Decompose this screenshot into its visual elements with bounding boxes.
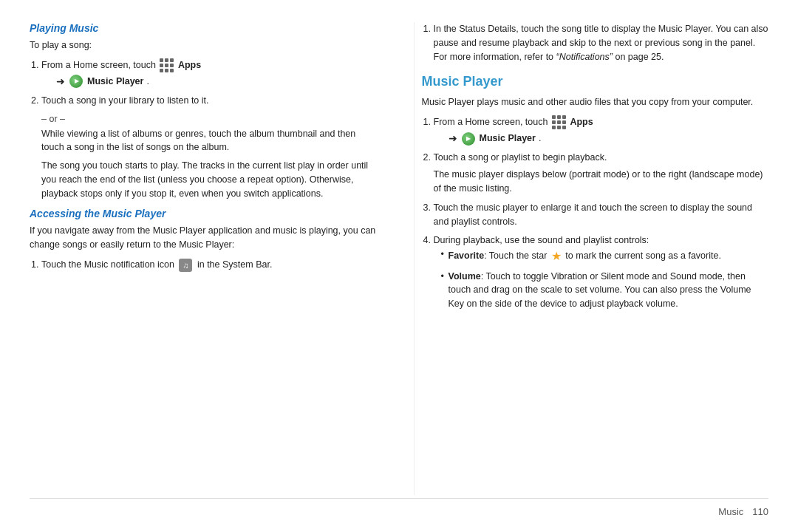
apps-label-2: Apps [570,117,593,127]
bullet-favorite: Favorite: Touch the star ★ to mark the c… [441,248,769,265]
accessing-steps: Touch the Music notification icon in the… [41,258,377,272]
apps-label-1: Apps [178,60,201,70]
page-footer: Music 110 [30,498,768,517]
or-line: – or – [41,114,377,124]
mp-step3-text: Touch the music player to enlarge it and… [434,202,753,227]
mp-step2-text: Touch a song or playlist to begin playba… [434,152,607,163]
right-column: In the Status Details, touch the song ti… [414,22,769,495]
footer-label: Music [718,506,743,517]
music-player-icon-1 [69,75,83,88]
arrow-icon-2: ➜ [449,131,457,146]
star-icon: ★ [551,248,562,265]
favorite-bold: Favorite [449,250,485,261]
mp-step4-text: During playback, use the sound and playl… [434,235,649,245]
mp-step-2: Touch a song or playlist to begin playba… [434,151,769,195]
right-step2-end: on page 25. [615,52,664,62]
playing-music-section: Playing Music To play a song: From a Hom… [30,22,377,200]
playing-music-intro: To play a song: [30,38,377,52]
mp-step1-before: From a Home screen, touch [434,117,548,127]
footer-page: 110 [752,506,768,517]
music-player-label-2: Music Player [480,132,536,146]
mp-step-3: Touch the music player to enlarge it and… [434,201,769,229]
page-container: Playing Music To play a song: From a Hom… [0,0,798,532]
playing-music-title: Playing Music [30,22,377,34]
arrow-line-2: ➜ Music Player. [449,131,769,146]
mp-step-1: From a Home screen, touch Apps ➜ Music P… [434,115,769,146]
favorite-end: to mark the current song as a favorite. [565,250,721,261]
music-player-para: Music Player plays music and other audio… [422,95,769,109]
music-player-icon-2 [462,132,475,146]
music-player-title: Music Player [422,74,769,89]
accessing-step-1: Touch the Music notification icon in the… [41,258,377,272]
mp-controls-list: Favorite: Touch the star ★ to mark the c… [441,248,769,311]
right-step-2: In the Status Details, touch the song ti… [434,22,769,64]
track-para: The song you touch starts to play. The t… [41,159,377,200]
accessing-para: If you navigate away from the Music Play… [30,224,377,252]
accessing-section: Accessing the Music Player If you naviga… [30,208,377,271]
accessing-title: Accessing the Music Player [30,208,377,219]
mp-step2-sub: The music player displays below (portrai… [434,168,769,196]
step-1: From a Home screen, touch Apps ➜ Music P… [41,58,377,89]
left-column: Playing Music To play a song: From a Hom… [30,22,384,495]
music-notification-icon [179,259,192,272]
volume-bold: Volume [449,271,481,282]
music-player-label-1: Music Player [87,75,143,89]
apps-icon-1 [160,58,174,72]
right-top-steps: In the Status Details, touch the song ti… [434,22,769,64]
step2-text: Touch a song in your library to listen t… [41,95,209,106]
playing-music-steps: From a Home screen, touch Apps ➜ Music P… [41,58,377,108]
arrow-line-1: ➜ Music Player. [56,74,377,89]
music-player-steps: From a Home screen, touch Apps ➜ Music P… [434,115,769,311]
accessing-step1-after: in the System Bar. [197,259,272,270]
accessing-step1-before: Touch the Music notification icon [41,259,174,270]
album-para: While viewing a list of albums or genres… [41,127,377,155]
right-step2-italic: “Notifications” [556,52,613,62]
bullet-volume: Volume: Touch to toggle Vibration or Sil… [441,270,769,311]
step1-text-before: From a Home screen, touch [41,60,156,70]
music-player-section: Music Player Music Player plays music an… [422,74,769,311]
favorite-text: : Touch the star [484,250,547,261]
arrow-icon-1: ➜ [56,74,65,89]
volume-text: : Touch to toggle Vibration or Silent mo… [449,271,751,310]
mp-step-4: During playback, use the sound and playl… [434,233,769,311]
apps-icon-2 [552,115,566,129]
step-2: Touch a song in your library to listen t… [41,94,377,108]
content-area: Playing Music To play a song: From a Hom… [30,22,768,495]
